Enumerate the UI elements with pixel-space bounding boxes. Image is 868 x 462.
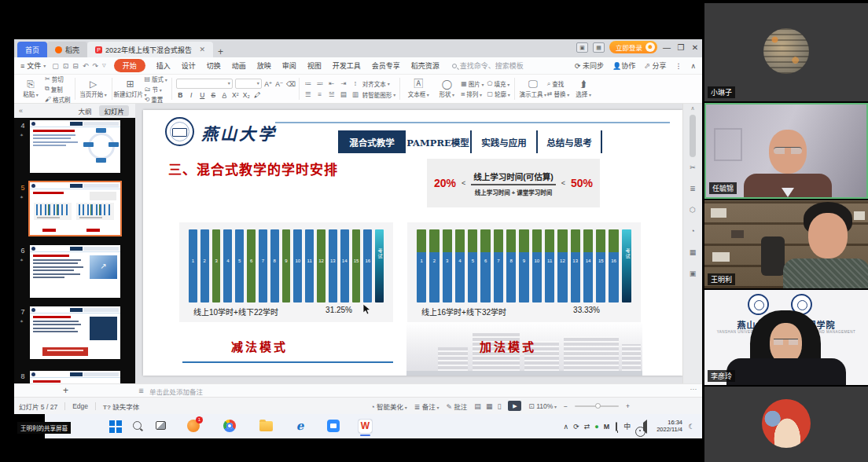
find-button[interactable]: ⌕查找 xyxy=(547,79,569,88)
participant-video-4[interactable]: 燕山大学 经济管理学院 YANSHAN UNIVERSITY SCHOOL OF… xyxy=(704,290,868,385)
numbering-icon[interactable]: ≕ xyxy=(315,79,325,87)
history-panel-icon[interactable]: ◔ xyxy=(690,227,694,235)
participant-video-3[interactable]: 王明利 xyxy=(704,200,868,288)
line-spacing-icon[interactable]: ↕ xyxy=(351,79,360,87)
superscript-button[interactable]: X² xyxy=(231,91,240,99)
security-icon[interactable]: ● xyxy=(594,423,598,431)
highlight-button[interactable]: 🖍 xyxy=(253,91,262,99)
picture-button[interactable]: ▦图片 xyxy=(461,79,484,88)
decrease-indent-icon[interactable]: ⇤ xyxy=(327,79,337,87)
menu-item[interactable]: 设计 xyxy=(182,60,196,71)
font-color-button[interactable]: A̲ xyxy=(220,91,229,99)
increase-indent-icon[interactable]: ⇥ xyxy=(339,79,348,87)
more-icon[interactable]: ⋮ xyxy=(675,62,682,70)
sync-icon[interactable]: ⟳ xyxy=(573,423,579,431)
shape-button[interactable]: ◯ 形状 xyxy=(432,79,461,98)
file-menu[interactable]: ≡ 文件 ▾ xyxy=(20,60,46,71)
collapse-ribbon-icon[interactable]: ∧ xyxy=(690,62,696,70)
arrange-button[interactable]: ⧈排列 xyxy=(461,90,484,98)
scrollbar-thumb[interactable] xyxy=(690,115,696,157)
mail-icon[interactable]: M xyxy=(604,423,610,431)
close-button[interactable]: ✕ xyxy=(690,43,700,52)
menu-item[interactable]: 审阅 xyxy=(282,60,296,71)
taskbar-clock[interactable]: 16:342022/11/4 xyxy=(657,420,682,433)
shapes-panel-icon[interactable]: ⬡ xyxy=(690,206,696,214)
taskbar-task-view-icon[interactable] xyxy=(153,419,168,434)
taskbar-file-explorer-icon[interactable] xyxy=(259,419,274,434)
thumbnail-slide-8[interactable] xyxy=(30,371,120,383)
sync-status[interactable]: ⟳ 未同步 xyxy=(575,60,604,71)
font-name-select[interactable] xyxy=(176,79,233,89)
italic-button[interactable]: I xyxy=(187,91,196,99)
comment-button[interactable]: ✎ 批注 xyxy=(446,402,467,411)
select-button[interactable]: ⮭ 选择 xyxy=(569,79,598,98)
zoom-out-button[interactable]: − xyxy=(564,402,568,410)
slideshow-button[interactable]: ▶ xyxy=(508,401,521,411)
hidden-icons-icon[interactable]: ∧ xyxy=(564,423,569,431)
menu-item[interactable]: 放映 xyxy=(257,60,271,71)
notes-more-icon[interactable]: ⋯ xyxy=(690,385,698,393)
thumbnail-slide-7[interactable] xyxy=(30,306,120,359)
minimize-button[interactable]: — xyxy=(662,43,671,52)
current-slide[interactable]: 燕山大学 混合式教学 PAMPRE模型 实践与应用 总结与思考 三、混合式教学的… xyxy=(143,110,682,376)
sorter-view-icon[interactable]: ▦ xyxy=(486,402,493,410)
layout-mode-icon[interactable]: ▣ xyxy=(576,42,588,53)
align-center-icon[interactable]: ≡ xyxy=(315,90,325,98)
redo-icon[interactable]: ↷ xyxy=(92,62,98,70)
bold-button[interactable]: B xyxy=(176,91,185,99)
menu-item[interactable]: 视图 xyxy=(307,60,322,71)
normal-view-icon[interactable]: ▤ xyxy=(474,402,481,410)
print-icon[interactable]: ⊟ xyxy=(72,62,79,70)
note-button[interactable]: ≣ 备注 xyxy=(414,402,440,411)
thumbnail-slide-6[interactable]: ↗ xyxy=(30,245,120,298)
participant-video-5[interactable] xyxy=(704,387,868,462)
menu-start[interactable]: 开始 xyxy=(114,59,145,72)
present-tools-button[interactable]: 🖵 演示工具 xyxy=(519,79,547,98)
zoom-slider-knob[interactable] xyxy=(595,403,601,409)
taskbar-search-icon[interactable] xyxy=(131,419,145,434)
ime-chinese-icon[interactable]: 中 xyxy=(623,421,631,431)
clear-format-icon[interactable]: ⌫ xyxy=(286,80,295,88)
fill-button[interactable]: ⬠填充 xyxy=(487,79,510,88)
justify-icon[interactable]: ▤ xyxy=(339,90,348,98)
outline-panel-icon[interactable]: ≣ xyxy=(690,185,696,192)
slides-tab[interactable]: 幻灯片 xyxy=(99,105,129,116)
missing-font-warning[interactable]: T? 缺失字体 xyxy=(103,402,139,411)
collapse-panel-icon[interactable]: « xyxy=(19,107,23,115)
undo-icon[interactable]: ↶ xyxy=(83,62,89,70)
bullets-icon[interactable]: ≔ xyxy=(303,79,313,87)
tab-docer[interactable]: 稻壳 xyxy=(47,42,87,57)
notes-placeholder[interactable]: 单击此处添加备注 xyxy=(149,387,203,396)
menu-item[interactable]: 动画 xyxy=(232,60,246,71)
format-painter-button[interactable]: 🖌格式刷 xyxy=(45,95,71,104)
network-switch-icon[interactable]: ⇄ xyxy=(584,423,590,431)
menu-item[interactable]: 会员专享 xyxy=(372,60,400,71)
reference-panel-icon[interactable]: ▣ xyxy=(690,270,697,277)
properties-panel-icon[interactable]: ✂ xyxy=(690,163,696,171)
outline-button[interactable]: ▢轮廓 xyxy=(487,90,510,98)
paste-button[interactable]: ⎘ 粘贴 xyxy=(17,79,45,98)
tab-home[interactable]: 首页 xyxy=(17,42,47,57)
new-file-icon[interactable]: ▢ xyxy=(52,62,59,70)
taskbar-wps-icon[interactable]: W xyxy=(358,419,373,434)
add-slide-button[interactable]: + xyxy=(63,385,68,396)
command-search[interactable]: 查找命令、搜索模板 xyxy=(452,60,524,71)
zoom-in-button[interactable]: + xyxy=(626,402,630,410)
taskbar-internet-explorer-icon[interactable]: e xyxy=(292,419,307,434)
split-view-icon[interactable]: ▦ xyxy=(593,42,605,53)
smart-beautify-button[interactable]: ◔ 智能美化 xyxy=(370,402,407,411)
font-size-select[interactable] xyxy=(235,79,262,89)
layout-button[interactable]: ▤版式 xyxy=(145,75,167,83)
textbox-button[interactable]: 🄰 文本框 xyxy=(404,79,432,98)
theme-name[interactable]: Edge xyxy=(72,402,88,410)
outline-tab[interactable]: 大纲 xyxy=(76,105,93,116)
focus-assist-moon-icon[interactable]: ☾ xyxy=(687,423,696,431)
columns-icon[interactable]: ▥ xyxy=(351,90,360,98)
menu-item[interactable]: 稻壳资源 xyxy=(411,60,440,71)
thumbnail-slide-5-current[interactable] xyxy=(30,182,120,235)
reading-view-icon[interactable]: ▯ xyxy=(497,402,501,410)
more-commands-icon[interactable]: ▽ xyxy=(102,62,106,70)
collaborate-button[interactable]: 👤协作 xyxy=(612,60,635,71)
replace-button[interactable]: ⇄替换 xyxy=(547,90,569,98)
decrease-font-icon[interactable]: A⁻ xyxy=(275,80,284,88)
